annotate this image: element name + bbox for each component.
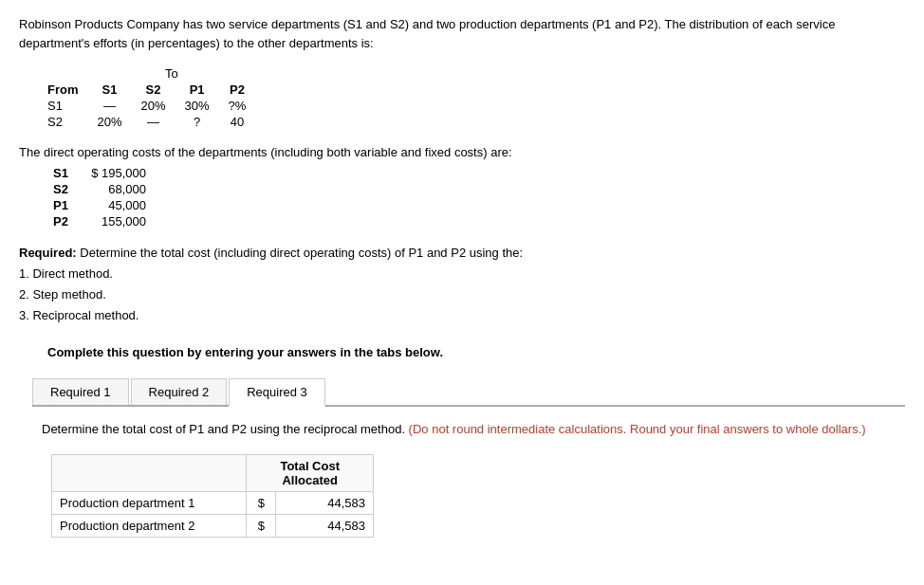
distribution-section: To From S1 S2 P1 P2 S1 — 20% 30% ?% S2 2… [47,65,905,130]
row-s2-s1: 20% [88,114,132,130]
dept-p1-label: P1 [47,197,76,213]
from-label: From [47,82,88,98]
row-s1-s1: — [88,98,132,114]
row-s1-label: S1 [47,98,88,114]
direct-costs-section: The direct operating costs of the depart… [19,145,905,229]
row-s2-s2: — [132,114,176,130]
list-item: S1 $ 195,000 [47,165,152,181]
list-item: P1 45,000 [47,197,152,213]
row-s1-p2: ?% [219,98,256,114]
tabs-container: Required 1 Required 2 Required 3 Determi… [32,378,905,551]
required-section: Required: Determine the total cost (incl… [19,243,892,326]
required-main: Required: Determine the total cost (incl… [19,243,892,264]
dept-p2-label: P2 [47,213,76,229]
dept2-currency: $ [247,514,276,537]
col-p2: P2 [219,82,256,98]
complete-instruction: Complete this question by entering your … [47,345,905,359]
dept1-name: Production department 1 [52,491,247,514]
direct-costs-intro: The direct operating costs of the depart… [19,145,905,159]
dept-s2-label: S2 [47,181,76,197]
tab-required2[interactable]: Required 2 [131,378,228,405]
dept-s1-label: S1 [47,165,76,181]
dept-s2-amount: 68,000 [76,181,152,197]
tab-required1-label: Required 1 [50,385,111,399]
col-s1: S1 [88,82,132,98]
row-s1-p1: 30% [176,98,219,114]
direct-costs-table: S1 $ 195,000 S2 68,000 P1 45,000 P2 155,… [47,165,152,229]
dept1-currency: $ [247,491,276,514]
tab-required3-label: Required 3 [247,385,307,399]
tab-required3[interactable]: Required 3 [229,378,325,407]
header-col1 [52,454,247,491]
tab3-content: Determine the total cost of P1 and P2 us… [32,407,905,551]
dept2-name: Production department 2 [52,514,247,537]
row-s2-label: S2 [47,114,88,130]
required-item-1: 1. Direct method. [19,264,892,284]
result-table: Total CostAllocated Production departmen… [51,454,374,538]
tab-required2-label: Required 2 [149,385,210,399]
table-row: Production department 1 $ 44,583 [52,491,374,514]
tabs-bar: Required 1 Required 2 Required 3 [32,378,905,407]
to-header: To [88,65,256,82]
list-item: S2 68,000 [47,181,152,197]
table-row: Production department 2 $ 44,583 [52,514,374,537]
tab3-desc-highlight: (Do not round intermediate calculations.… [409,422,866,436]
dept1-amount: 44,583 [276,491,374,514]
tab3-desc-normal: Determine the total cost of P1 and P2 us… [42,422,409,436]
list-item: P2 155,000 [47,213,152,229]
required-label: Required: [19,246,77,260]
dept-p2-amount: 155,000 [76,213,152,229]
row-s1-s2: 20% [132,98,176,114]
required-item-3: 3. Reciprocal method. [19,305,892,326]
header-col2: Total CostAllocated [247,454,374,491]
col-p1: P1 [176,82,219,98]
dept-s1-amount: $ 195,000 [76,165,152,181]
required-body: Determine the total cost (including dire… [77,246,523,260]
col-s2: S2 [132,82,176,98]
required-item-2: 2. Step method. [19,284,892,305]
row-s2-p2: 40 [219,114,256,130]
tab3-description: Determine the total cost of P1 and P2 us… [42,420,896,439]
row-s2-p1: ? [176,114,219,130]
problem-intro: Robinson Products Company has two servic… [19,15,892,52]
dept-p1-amount: 45,000 [76,197,152,213]
dept2-amount: 44,583 [276,514,374,537]
tab-required1[interactable]: Required 1 [32,378,129,405]
result-table-header: Total CostAllocated [52,454,374,491]
